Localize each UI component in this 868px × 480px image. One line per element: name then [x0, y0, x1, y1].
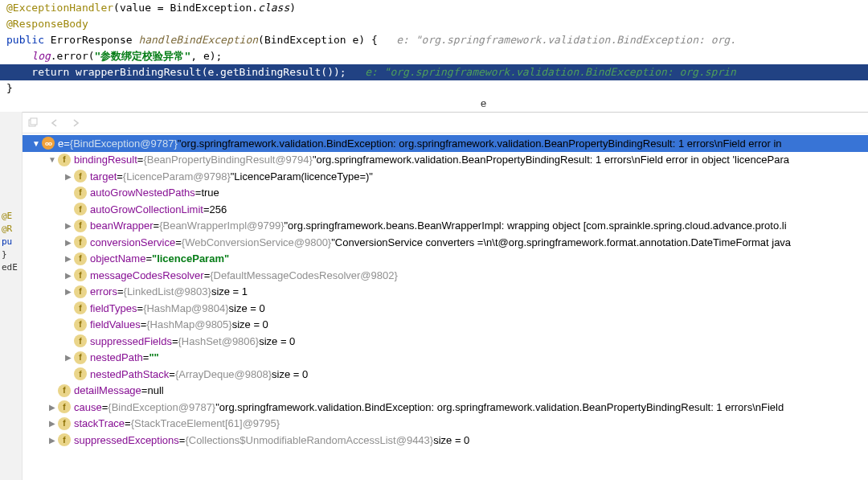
- expand-arrow-icon[interactable]: ▼: [47, 155, 58, 164]
- tree-row[interactable]: ▶ferrors = {LinkedList@9803} size = 1: [23, 284, 868, 301]
- object-ref: {HashMap@9805}: [146, 318, 231, 330]
- variable-name: errors: [90, 285, 117, 297]
- debugger-toolbar: [23, 113, 868, 133]
- variable-value: "": [149, 351, 158, 363]
- variable-name: nestedPathStack: [90, 368, 169, 380]
- field-badge-icon: f: [74, 236, 87, 248]
- variable-value: size = 0: [433, 434, 469, 446]
- variable-name: stackTrace: [74, 417, 125, 429]
- variable-name: messageCodesResolver: [90, 269, 204, 281]
- field-badge-icon: f: [74, 302, 87, 314]
- new-watch-icon[interactable]: [27, 117, 40, 129]
- field-badge-icon: f: [74, 252, 87, 265]
- field-badge-icon: f: [74, 187, 87, 199]
- svg-rect-1: [31, 118, 37, 125]
- object-badge-icon: oo: [42, 137, 55, 150]
- tree-row[interactable]: ▶fnestedPath = "": [23, 350, 868, 367]
- variable-value: size = 0: [229, 302, 265, 314]
- variable-name: suppressedExceptions: [74, 434, 179, 446]
- annotation: @ResponseBody: [6, 18, 88, 30]
- variable-name: cause: [74, 401, 102, 413]
- back-icon[interactable]: [48, 117, 61, 129]
- expand-arrow-icon[interactable]: ▶: [63, 238, 74, 247]
- field-badge-icon: f: [58, 384, 71, 397]
- tree-row[interactable]: fautoGrowNestedPaths = true: [23, 185, 868, 202]
- variable-label: e: [481, 97, 486, 109]
- field-badge-icon: f: [74, 269, 87, 281]
- field-badge-icon: f: [58, 433, 71, 446]
- field-badge-icon: f: [58, 400, 71, 413]
- variable-name: suppressedFields: [90, 335, 172, 347]
- expand-arrow-icon[interactable]: ▶: [63, 287, 74, 296]
- tree-row[interactable]: fautoGrowCollectionLimit = 256: [23, 201, 868, 218]
- tree-row[interactable]: ▼fbindingResult = {BeanPropertyBindingRe…: [23, 152, 868, 169]
- variable-name: autoGrowCollectionLimit: [90, 203, 203, 215]
- object-ref: {LinkedList@9803}: [124, 285, 211, 297]
- field-badge-icon: f: [74, 170, 87, 183]
- field-badge-icon: f: [74, 351, 87, 364]
- field-badge-icon: f: [74, 203, 87, 215]
- expand-arrow-icon[interactable]: ▶: [47, 419, 58, 428]
- code-editor[interactable]: @ExceptionHandler(value = BindException.…: [0, 0, 868, 112]
- variable-name: conversionService: [90, 236, 175, 248]
- variable-value: "ConversionService converters =\n\t@org.…: [331, 236, 791, 248]
- tree-row[interactable]: fnestedPathStack = {ArrayDeque@9808} siz…: [23, 366, 868, 383]
- tree-row[interactable]: fsuppressedFields = {HashSet@9806} size …: [23, 333, 868, 350]
- expand-arrow-icon[interactable]: ▶: [47, 436, 58, 445]
- variable-name: nestedPath: [90, 351, 143, 363]
- expand-arrow-icon[interactable]: ▶: [63, 221, 74, 230]
- tree-row[interactable]: ▼ooe = {BindException@9787} "org.springf…: [23, 135, 868, 152]
- variable-value: size = 0: [259, 335, 295, 347]
- tree-row[interactable]: ▶fsuppressedExceptions = {Collections$Un…: [23, 432, 868, 449]
- tree-row[interactable]: ffieldValues = {HashMap@9805} size = 0: [23, 317, 868, 334]
- expand-arrow-icon[interactable]: ▶: [63, 353, 74, 362]
- variables-tree[interactable]: ▼ooe = {BindException@9787} "org.springf…: [23, 133, 868, 449]
- tree-row[interactable]: ▶ftarget = {LicenceParam@9798} "LicenceP…: [23, 168, 868, 185]
- variable-value: "org.springframework.beans.BeanWrapperIm…: [284, 219, 786, 232]
- tree-row[interactable]: ▶fconversionService = {WebConversionServ…: [23, 234, 868, 251]
- object-ref: {StackTraceElement[61]@9795}: [131, 417, 280, 429]
- variable-value: size = 0: [232, 318, 268, 330]
- expand-arrow-icon[interactable]: ▶: [47, 403, 58, 412]
- expand-arrow-icon[interactable]: ▶: [63, 172, 74, 181]
- variable-name: detailMessage: [74, 384, 141, 396]
- object-ref: {ArrayDeque@9808}: [175, 368, 272, 380]
- expand-arrow-icon[interactable]: ▶: [63, 271, 74, 280]
- tree-row[interactable]: ▶fmessageCodesResolver = {DefaultMessage…: [23, 267, 868, 284]
- variable-value: null: [147, 384, 163, 396]
- object-ref: {Collections$UnmodifiableRandomAccessLis…: [185, 434, 433, 446]
- tree-row[interactable]: ▶fcause = {BindException@9787} "org.spri…: [23, 399, 868, 416]
- tree-row[interactable]: fdetailMessage = null: [23, 383, 868, 400]
- variable-name: beanWrapper: [90, 219, 154, 232]
- variable-value: true: [201, 187, 219, 199]
- inline-hint: e: "org.springframework.validation.BindE…: [365, 66, 736, 78]
- variable-value: 256: [210, 203, 227, 215]
- object-ref: {HashMap@9804}: [143, 302, 228, 314]
- tree-row[interactable]: ▶fobjectName = "licenceParam": [23, 251, 868, 268]
- variable-name: bindingResult: [74, 154, 137, 166]
- variable-name: objectName: [90, 252, 145, 265]
- execution-line[interactable]: return wrapperBindingResult(e.getBinding…: [0, 64, 868, 80]
- variable-name: fieldTypes: [90, 302, 137, 314]
- field-badge-icon: f: [74, 318, 87, 331]
- debugger-panel: ▼ooe = {BindException@9787} "org.springf…: [23, 112, 868, 480]
- expand-arrow-icon[interactable]: ▶: [63, 254, 74, 263]
- tree-row[interactable]: ▶fstackTrace = {StackTraceElement[61]@97…: [23, 416, 868, 433]
- field-badge-icon: f: [58, 417, 71, 430]
- object-ref: {BindException@9787}: [70, 137, 178, 150]
- object-ref: {BindException@9787}: [108, 401, 215, 413]
- field-badge-icon: f: [74, 219, 87, 232]
- field-badge-icon: f: [58, 154, 71, 166]
- object-ref: {DefaultMessageCodesResolver@9802}: [210, 269, 398, 281]
- expand-arrow-icon[interactable]: ▼: [31, 139, 42, 148]
- field-badge-icon: f: [74, 285, 87, 298]
- object-ref: {BeanPropertyBindingResult@9794}: [143, 154, 313, 166]
- forward-icon[interactable]: [69, 117, 82, 129]
- object-ref: {WebConversionService@9800}: [182, 236, 331, 248]
- variable-value: "licenceParam": [152, 252, 229, 265]
- variable-value: size = 0: [272, 368, 308, 380]
- tree-row[interactable]: ▶fbeanWrapper = {BeanWrapperImpl@9799} "…: [23, 218, 868, 235]
- object-ref: {LicenceParam@9798}: [123, 170, 231, 183]
- variable-value: "org.springframework.validation.BindExce…: [215, 401, 784, 413]
- tree-row[interactable]: ffieldTypes = {HashMap@9804} size = 0: [23, 300, 868, 317]
